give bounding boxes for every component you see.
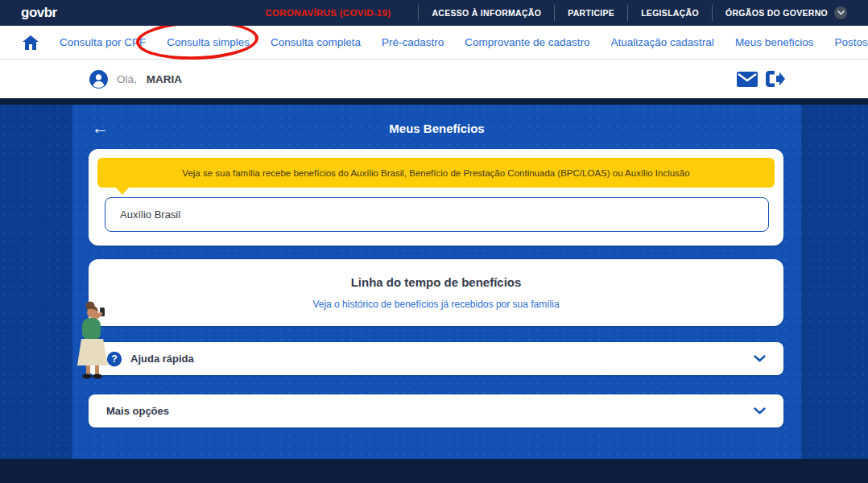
benefit-select-value: Auxílio Brasil [120, 208, 180, 221]
timeline-title: Linha do tempo de benefícios [89, 275, 783, 289]
more-options-accordion[interactable]: Mais opções [89, 394, 783, 427]
greeting-hello: Olá, [117, 73, 137, 85]
topbar-divider [554, 5, 555, 21]
home-icon[interactable] [23, 35, 39, 50]
topbar-link-participe[interactable]: PARTICIPE [568, 8, 614, 18]
greeting-username: MARIA [147, 73, 182, 85]
nav-link-consulta-por-cpf[interactable]: Consulta por CPF [60, 36, 146, 48]
quick-help-label: Ajuda rápida [130, 353, 194, 365]
back-arrow-icon[interactable]: ← [92, 118, 109, 138]
nav-link-postos-de-atendimento[interactable]: Postos de atendimento [834, 36, 868, 48]
topbar-link-coronavirus[interactable]: CORONAVÍRUS (COVID-19) [265, 8, 391, 18]
nav-link-consulta-simples[interactable]: Consulta simples [167, 36, 250, 48]
topbar-link-acesso-informacao[interactable]: ACESSO À INFORMAÇÃO [432, 8, 541, 18]
topbar-divider [627, 5, 628, 21]
topbar-divider [418, 5, 419, 21]
service-navbar: Consulta por CPF Consulta simples Consul… [0, 26, 868, 60]
timeline-subtitle: Veja o histórico de benefícios já recebi… [89, 299, 783, 310]
benefit-select[interactable]: Auxílio Brasil [105, 197, 769, 232]
meus-beneficios-panel: ← Meus Benefícios Veja se sua família re… [72, 105, 801, 459]
more-options-label: Mais opções [106, 405, 169, 417]
greeting: Olá, MARIA [89, 69, 182, 89]
govbr-logo[interactable]: govbr [21, 5, 57, 21]
nav-link-atualizacao-cadastral[interactable]: Atualização cadastral [611, 36, 714, 48]
divider-band [0, 98, 868, 105]
person-circle-icon [89, 69, 109, 89]
page-background: ← Meus Benefícios Veja se sua família re… [0, 105, 868, 459]
nav-link-meus-beneficios[interactable]: Meus beneficios [735, 36, 814, 48]
footer-band [0, 459, 868, 483]
svg-text:?: ? [111, 353, 117, 365]
topbar-link-legislacao[interactable]: LEGISLAÇÃO [641, 8, 699, 18]
sign-out-icon[interactable] [766, 71, 785, 87]
page-header: ← Meus Benefícios [72, 116, 801, 142]
info-banner-tail [116, 188, 129, 195]
topbar-link-orgaos-governo-label: ÓRGÃOS DO GOVERNO [725, 8, 828, 18]
info-banner-text: Veja se sua família recebe benefícios do… [166, 168, 705, 178]
benefit-search-card: Veja se sua família recebe benefícios do… [89, 149, 783, 246]
nav-link-pre-cadastro[interactable]: Pré-cadastro [382, 36, 444, 48]
chevron-down-icon [754, 355, 766, 362]
timeline-card[interactable]: Linha do tempo de benefícios Veja o hist… [89, 259, 783, 326]
info-banner: Veja se sua família recebe benefícios do… [97, 158, 775, 188]
page-title: Meus Benefícios [72, 116, 801, 142]
government-topbar: govbr CORONAVÍRUS (COVID-19) ACESSO À IN… [0, 0, 868, 26]
nav-link-comprovante-de-cadastro[interactable]: Comprovante de cadastro [465, 36, 589, 48]
chevron-down-circle-icon [834, 6, 847, 19]
chevron-down-icon [754, 407, 766, 415]
quick-help-accordion[interactable]: ? Ajuda rápida [89, 342, 783, 375]
mail-icon[interactable] [737, 72, 758, 87]
topbar-divider [712, 5, 713, 21]
nav-link-consulta-completa[interactable]: Consulta completa [271, 36, 361, 48]
topbar-link-orgaos-governo[interactable]: ÓRGÃOS DO GOVERNO [725, 6, 847, 19]
greeting-bar: Olá, MARIA [0, 60, 868, 98]
question-circle-icon: ? [106, 351, 122, 367]
